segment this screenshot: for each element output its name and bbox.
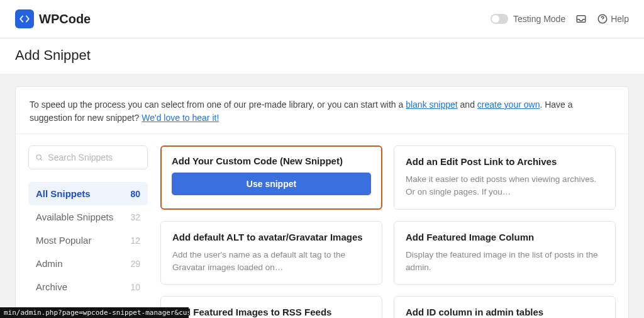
- sidebar-item-count: 32: [130, 212, 140, 222]
- card-alt-avatar[interactable]: Add default ALT to avatar/Gravatar Image…: [160, 221, 382, 285]
- sidebar-item-admin[interactable]: Admin 29: [28, 252, 148, 275]
- brand[interactable]: WPCode: [15, 9, 91, 28]
- intro-pre: To speed up the process you can select f…: [30, 99, 406, 110]
- cards-grid: Add Your Custom Code (New Snippet) Use s…: [154, 145, 622, 318]
- sidebar-item-label: Admin: [36, 258, 63, 269]
- main-wrap: To speed up the process you can select f…: [0, 74, 644, 318]
- browser-statusbar: min/admin.php?page=wpcode-snippet-manage…: [0, 307, 189, 318]
- card-custom-code[interactable]: Add Your Custom Code (New Snippet) Use s…: [160, 145, 382, 210]
- card-id-column[interactable]: Add ID column in admin tables: [394, 296, 616, 318]
- page-title-row: Add Snippet: [0, 38, 644, 74]
- search-box[interactable]: [28, 145, 148, 169]
- card-featured-column[interactable]: Add Featured Image Column Display the fe…: [394, 221, 616, 285]
- svg-point-2: [602, 21, 603, 21]
- search-icon: [35, 153, 43, 162]
- card-title: Add Featured Image Column: [406, 232, 604, 242]
- sidebar-item-most-popular[interactable]: Most Popular 12: [28, 229, 148, 252]
- sidebar: All Snippets 80 Available Snippets 32 Mo…: [22, 145, 154, 318]
- svg-line-4: [40, 159, 42, 160]
- feedback-link[interactable]: We'd love to hear it!: [142, 113, 219, 123]
- card-title: Add an Edit Post Link to Archives: [406, 156, 604, 167]
- sidebar-item-label: Archive: [36, 281, 67, 292]
- main-panel: To speed up the process you can select f…: [15, 86, 629, 318]
- help-icon: [597, 13, 608, 25]
- sidebar-item-all-snippets[interactable]: All Snippets 80: [28, 182, 148, 205]
- card-desc: Make it easier to edit posts when viewin…: [406, 173, 604, 199]
- card-desc: Display the featured image in the list o…: [406, 249, 604, 275]
- inbox-icon[interactable]: [575, 13, 587, 25]
- sidebar-item-count: 29: [130, 259, 140, 269]
- help-button[interactable]: Help: [597, 13, 629, 25]
- intro-mid: and: [458, 99, 477, 110]
- page-title: Add Snippet: [15, 47, 629, 64]
- card-featured-rss[interactable]: Add Featured Images to RSS Feeds: [160, 296, 382, 318]
- card-title: Add Featured Images to RSS Feeds: [172, 307, 370, 317]
- card-desc: Add the user's name as a default alt tag…: [172, 249, 370, 275]
- testing-mode-label: Testing Mode: [513, 14, 565, 24]
- sidebar-item-label: Available Snippets: [36, 212, 113, 222]
- sidebar-item-label: All Snippets: [36, 188, 91, 199]
- help-label: Help: [611, 14, 629, 24]
- topbar-right: Testing Mode Help: [491, 13, 629, 25]
- card-title: Add Your Custom Code (New Snippet): [172, 156, 371, 166]
- card-title: Add default ALT to avatar/Gravatar Image…: [172, 232, 370, 242]
- intro-text: To speed up the process you can select f…: [16, 87, 628, 134]
- brand-logo-icon: [15, 9, 34, 28]
- card-title: Add ID column in admin tables: [406, 307, 604, 317]
- sidebar-item-archive[interactable]: Archive 10: [28, 275, 148, 298]
- sidebar-item-available-snippets[interactable]: Available Snippets 32: [28, 205, 148, 229]
- blank-snippet-link[interactable]: blank snippet: [406, 99, 458, 110]
- use-snippet-button[interactable]: Use snippet: [172, 173, 371, 195]
- svg-point-3: [36, 155, 41, 159]
- sidebar-item-count: 10: [130, 282, 140, 292]
- toggle-switch-icon[interactable]: [491, 14, 508, 24]
- brand-name: WPCode: [39, 12, 91, 26]
- testing-mode-toggle[interactable]: Testing Mode: [491, 14, 565, 24]
- topbar: WPCode Testing Mode Help: [0, 0, 644, 38]
- sidebar-item-count: 80: [130, 189, 140, 199]
- sidebar-item-count: 12: [130, 236, 140, 246]
- sidebar-item-label: Most Popular: [36, 235, 91, 246]
- sidebar-list: All Snippets 80 Available Snippets 32 Mo…: [28, 182, 148, 298]
- create-your-own-link[interactable]: create your own: [477, 99, 540, 110]
- content-row: All Snippets 80 Available Snippets 32 Mo…: [16, 134, 628, 318]
- search-input[interactable]: [48, 152, 141, 162]
- card-edit-post-link[interactable]: Add an Edit Post Link to Archives Make i…: [394, 145, 616, 210]
